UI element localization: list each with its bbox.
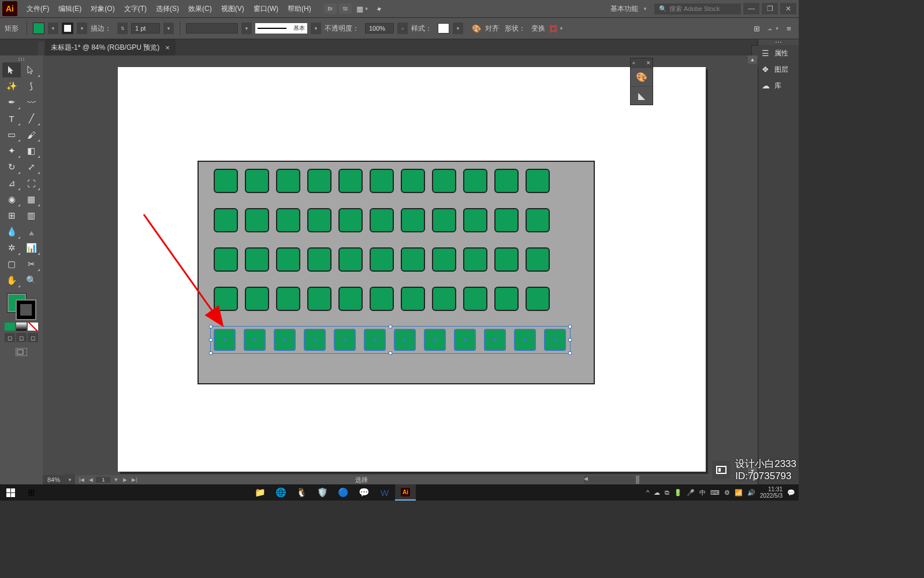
color-mode-gradient[interactable] bbox=[16, 323, 27, 331]
selection-tool[interactable] bbox=[2, 62, 21, 77]
green-square-selected[interactable] bbox=[454, 329, 476, 351]
shape-builder-tool[interactable]: ◉ bbox=[2, 192, 21, 207]
shaper-tool[interactable]: ✦ bbox=[2, 143, 21, 158]
properties-panel-tab[interactable]: ☰属性 bbox=[758, 45, 799, 61]
word-icon[interactable]: W bbox=[374, 484, 395, 501]
sel-handle-tr[interactable] bbox=[568, 325, 572, 328]
bridge-button[interactable]: Br bbox=[324, 3, 337, 14]
symbol-sprayer-tool[interactable]: ✲ bbox=[2, 240, 21, 255]
tray-expand-icon[interactable]: ^ bbox=[646, 489, 649, 496]
toolbar-grip[interactable] bbox=[13, 58, 30, 61]
green-square[interactable] bbox=[401, 287, 425, 311]
menu-view[interactable]: 视图(V) bbox=[217, 2, 249, 16]
sel-handle-bl[interactable] bbox=[209, 351, 213, 355]
color-controls[interactable] bbox=[6, 292, 36, 320]
opacity-input[interactable]: 100% bbox=[365, 23, 394, 34]
green-square[interactable] bbox=[526, 287, 550, 311]
blend-tool[interactable]: ⟁ bbox=[22, 224, 40, 239]
green-square[interactable] bbox=[432, 287, 456, 311]
prefs-icon[interactable]: ≡ bbox=[784, 23, 794, 34]
green-square[interactable] bbox=[494, 287, 519, 311]
paintbrush-tool[interactable]: 🖌 bbox=[22, 127, 40, 142]
var-width-profile[interactable] bbox=[186, 23, 238, 34]
nav-first[interactable]: |◀ bbox=[77, 477, 86, 483]
green-square-selected[interactable] bbox=[544, 329, 566, 351]
green-square[interactable] bbox=[276, 208, 300, 232]
app-icon-1[interactable]: 🛡️ bbox=[312, 484, 333, 501]
green-square-selected[interactable] bbox=[424, 329, 446, 351]
sel-handle-bc[interactable] bbox=[389, 351, 392, 355]
stroke-weight-stepper[interactable]: ⇅ bbox=[117, 23, 128, 34]
vertical-scrollbar[interactable]: ▲ ▼ bbox=[748, 55, 757, 475]
draw-normal[interactable]: ◻ bbox=[5, 333, 15, 342]
green-square[interactable] bbox=[432, 208, 456, 232]
green-square[interactable] bbox=[370, 169, 394, 193]
zoom-dd[interactable]: ▼ bbox=[65, 474, 75, 486]
type-tool[interactable]: T bbox=[2, 111, 21, 126]
sel-handle-mr[interactable] bbox=[568, 338, 572, 342]
color-mode-solid[interactable] bbox=[5, 323, 15, 331]
eyedropper-tool[interactable]: 💧 bbox=[2, 224, 21, 239]
gradient-tool[interactable]: ▥ bbox=[22, 208, 40, 223]
align-to-icon[interactable]: ⫠▼ bbox=[767, 23, 778, 34]
mail-icon[interactable]: 🐧 bbox=[291, 484, 312, 501]
free-transform-tool[interactable]: ⛶ bbox=[22, 176, 40, 191]
canvas-area[interactable] bbox=[43, 55, 799, 484]
edge-browser-icon[interactable]: 🌐 bbox=[270, 484, 291, 501]
green-square[interactable] bbox=[276, 247, 300, 272]
transform-link-icon[interactable]: 💢▼ bbox=[551, 23, 561, 34]
sel-handle-br[interactable] bbox=[568, 351, 572, 355]
menu-edit[interactable]: 编辑(E) bbox=[54, 2, 86, 16]
curvature-tool[interactable]: 〰 bbox=[22, 95, 40, 110]
slice-tool[interactable]: ✂ bbox=[22, 257, 40, 272]
green-square[interactable] bbox=[338, 247, 363, 272]
stroke-weight-input[interactable]: 1 pt bbox=[131, 23, 160, 34]
eraser-tool[interactable]: ◧ bbox=[22, 143, 40, 158]
green-square[interactable] bbox=[370, 247, 394, 272]
green-square[interactable] bbox=[401, 208, 425, 232]
menu-effect[interactable]: 效果(C) bbox=[184, 2, 217, 16]
swatches-panel-icon[interactable]: ◣ bbox=[631, 86, 653, 105]
menu-select[interactable]: 选择(S) bbox=[151, 2, 184, 16]
mesh-tool[interactable]: ⊞ bbox=[2, 208, 21, 223]
green-square-selected[interactable] bbox=[244, 329, 266, 351]
stroke-weight-dd[interactable]: ▼ bbox=[163, 23, 174, 34]
shape-btn-label[interactable]: 形状： bbox=[505, 24, 526, 34]
clock[interactable]: 11:31 2022/5/3 bbox=[760, 486, 783, 499]
green-square[interactable] bbox=[307, 169, 331, 193]
green-square[interactable] bbox=[276, 169, 300, 193]
green-square[interactable] bbox=[276, 287, 300, 311]
search-input[interactable]: 🔍搜索 Adobe Stock bbox=[654, 3, 741, 14]
sel-handle-tc[interactable] bbox=[389, 325, 392, 328]
width-tool[interactable]: ⊿ bbox=[2, 176, 21, 191]
green-square-selected[interactable] bbox=[514, 329, 536, 351]
task-view-icon[interactable]: ⊞ bbox=[21, 484, 42, 501]
green-square[interactable] bbox=[526, 208, 550, 232]
stroke-color-swatch[interactable] bbox=[62, 23, 73, 34]
green-square[interactable] bbox=[245, 169, 269, 193]
collapse-icon[interactable]: « bbox=[632, 60, 635, 66]
libraries-panel-tab[interactable]: ☁库 bbox=[758, 77, 799, 94]
close-icon[interactable]: ✕ bbox=[646, 60, 651, 66]
green-square[interactable] bbox=[307, 208, 331, 232]
green-square[interactable] bbox=[463, 169, 487, 193]
green-square[interactable] bbox=[214, 169, 238, 193]
ime-icon[interactable]: 🎤 bbox=[687, 489, 695, 497]
menu-type[interactable]: 文字(T) bbox=[120, 2, 151, 16]
workspace-switcher[interactable]: 基本功能▼ bbox=[606, 3, 652, 15]
rectangle-tool[interactable]: ▭ bbox=[2, 127, 21, 142]
artboard-tool[interactable]: ▢ bbox=[2, 257, 21, 272]
stroke-color-box[interactable] bbox=[17, 301, 35, 319]
sel-handle-tl[interactable] bbox=[209, 325, 213, 328]
keyboard-icon[interactable]: ⌨ bbox=[710, 489, 720, 497]
nav-next[interactable]: ▶ bbox=[121, 477, 129, 483]
wechat-icon[interactable]: 💬 bbox=[353, 484, 374, 501]
nav-dd[interactable]: ▼ bbox=[111, 477, 120, 483]
green-square[interactable] bbox=[463, 247, 487, 272]
green-square[interactable] bbox=[432, 247, 456, 272]
green-square[interactable] bbox=[338, 287, 363, 311]
stock-button[interactable]: St bbox=[339, 3, 352, 14]
battery-icon[interactable]: 🔋 bbox=[674, 489, 682, 497]
brush-dd[interactable]: ▼ bbox=[311, 23, 321, 34]
green-square[interactable] bbox=[370, 287, 394, 311]
